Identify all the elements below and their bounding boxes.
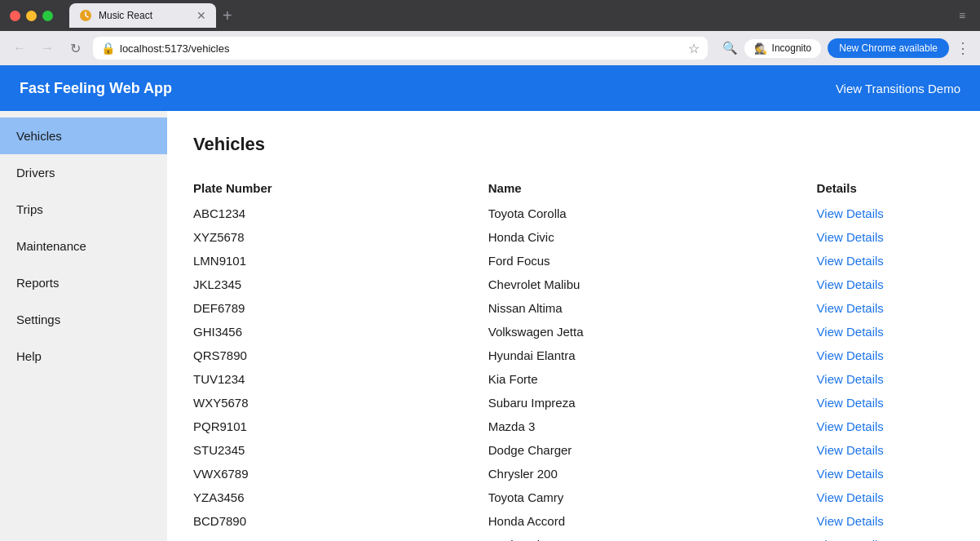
- sidebar-item-settings[interactable]: Settings: [0, 301, 167, 338]
- cell-plate: YZA3456: [193, 486, 488, 509]
- table-row: PQR9101Mazda 3View Details: [193, 415, 954, 438]
- cell-details: View Details: [817, 438, 954, 462]
- cell-name: Honda Civic: [488, 225, 817, 249]
- table-row: JKL2345Chevrolet MalibuView Details: [193, 273, 954, 296]
- incognito-button[interactable]: 🕵 Incognito: [744, 39, 822, 58]
- cell-plate: BCD7890: [193, 509, 488, 533]
- extensions-icon[interactable]: ≡: [959, 9, 965, 22]
- sidebar-item-drivers[interactable]: Drivers: [0, 154, 167, 191]
- browser-frame: Music React ✕ + ≡ ← → ↻ 🔒 localhost:5173…: [0, 0, 980, 541]
- table-row: WXY5678Subaru ImprezaView Details: [193, 391, 954, 415]
- app-title: Fast Feeling Web App: [20, 80, 172, 97]
- sidebar-item-vehicles[interactable]: Vehicles: [0, 118, 167, 154]
- table-row: ABC1234Toyota CorollaView Details: [193, 202, 954, 225]
- forward-button[interactable]: →: [38, 41, 57, 55]
- active-tab[interactable]: Music React ✕: [69, 3, 216, 28]
- view-details-link[interactable]: View Details: [817, 301, 884, 315]
- cell-details: View Details: [817, 509, 954, 533]
- cell-details: View Details: [817, 533, 954, 541]
- view-details-link[interactable]: View Details: [817, 206, 884, 220]
- view-details-link[interactable]: View Details: [817, 443, 884, 457]
- cell-name: Chevrolet Malibu: [488, 273, 817, 296]
- new-tab-button[interactable]: +: [223, 7, 232, 25]
- tab-favicon-icon: [79, 9, 92, 22]
- cell-name: Honda Accord: [488, 509, 817, 533]
- cell-details: View Details: [817, 391, 954, 415]
- view-details-link[interactable]: View Details: [817, 538, 884, 541]
- table-row: TUV1234Kia ForteView Details: [193, 367, 954, 391]
- cell-details: View Details: [817, 273, 954, 296]
- view-details-link[interactable]: View Details: [817, 230, 884, 244]
- cell-name: Ford Fusion: [488, 533, 817, 541]
- cell-name: Kia Forte: [488, 367, 817, 391]
- sidebar: Vehicles Drivers Trips Maintenance Repor…: [0, 111, 167, 541]
- cell-name: Hyundai Elantra: [488, 344, 817, 367]
- cell-name: Chrysler 200: [488, 462, 817, 486]
- sidebar-item-reports[interactable]: Reports: [0, 264, 167, 301]
- cell-details: View Details: [817, 296, 954, 320]
- url-bar[interactable]: 🔒 localhost:5173/vehicles ☆: [93, 37, 708, 60]
- cell-name: Volkswagen Jetta: [488, 320, 817, 344]
- minimize-window-button[interactable]: [26, 11, 37, 21]
- tab-close-button[interactable]: ✕: [196, 9, 206, 22]
- table-row: YZA3456Toyota CamryView Details: [193, 486, 954, 509]
- view-details-link[interactable]: View Details: [817, 348, 884, 362]
- close-window-button[interactable]: [10, 11, 20, 21]
- cell-plate: QRS7890: [193, 344, 488, 367]
- cell-name: Toyota Camry: [488, 486, 817, 509]
- view-details-link[interactable]: View Details: [817, 419, 884, 433]
- new-chrome-button[interactable]: New Chrome available: [828, 38, 949, 58]
- table-row: EFG1234Ford FusionView Details: [193, 533, 954, 541]
- reload-button[interactable]: ↻: [65, 41, 85, 56]
- cell-plate: ABC1234: [193, 202, 488, 225]
- col-header-details: Details: [817, 175, 954, 202]
- cell-details: View Details: [817, 486, 954, 509]
- view-details-link[interactable]: View Details: [817, 467, 884, 481]
- back-button[interactable]: ←: [10, 41, 29, 55]
- view-details-link[interactable]: View Details: [817, 372, 884, 386]
- view-details-link[interactable]: View Details: [817, 514, 884, 528]
- table-row: DEF6789Nissan AltimaView Details: [193, 296, 954, 320]
- col-header-plate: Plate Number: [193, 175, 488, 202]
- view-details-link[interactable]: View Details: [817, 277, 884, 291]
- table-row: VWX6789Chrysler 200View Details: [193, 462, 954, 486]
- browser-actions: 🔍 🕵 Incognito New Chrome available ⋮: [722, 38, 970, 58]
- cell-plate: DEF6789: [193, 296, 488, 320]
- cell-details: View Details: [817, 462, 954, 486]
- sidebar-item-help[interactable]: Help: [0, 338, 167, 375]
- view-details-link[interactable]: View Details: [817, 325, 884, 339]
- cell-details: View Details: [817, 344, 954, 367]
- cell-plate: STU2345: [193, 438, 488, 462]
- incognito-icon: 🕵: [754, 42, 767, 55]
- view-details-link[interactable]: View Details: [817, 396, 884, 410]
- address-bar: ← → ↻ 🔒 localhost:5173/vehicles ☆ 🔍 🕵 In…: [0, 31, 980, 65]
- cell-plate: PQR9101: [193, 415, 488, 438]
- cell-details: View Details: [817, 202, 954, 225]
- cell-details: View Details: [817, 225, 954, 249]
- app-body: Vehicles Drivers Trips Maintenance Repor…: [0, 111, 980, 541]
- maximize-window-button[interactable]: [42, 11, 53, 21]
- cell-name: Ford Focus: [488, 249, 817, 273]
- vehicles-table: Plate Number Name Details ABC1234Toyota …: [193, 175, 954, 541]
- view-details-link[interactable]: View Details: [817, 254, 884, 268]
- incognito-label: Incognito: [772, 42, 812, 54]
- sidebar-item-trips[interactable]: Trips: [0, 191, 167, 228]
- cell-plate: WXY5678: [193, 391, 488, 415]
- cell-details: View Details: [817, 320, 954, 344]
- app-content: Fast Feeling Web App View Transitions De…: [0, 65, 980, 541]
- main-content: Vehicles Plate Number Name Details ABC12…: [167, 111, 980, 541]
- zoom-icon[interactable]: 🔍: [722, 41, 738, 55]
- table-row: STU2345Dodge ChargerView Details: [193, 438, 954, 462]
- tab-bar: Music React ✕ +: [69, 3, 944, 28]
- sidebar-item-maintenance[interactable]: Maintenance: [0, 228, 167, 264]
- view-details-link[interactable]: View Details: [817, 490, 884, 504]
- app-header: Fast Feeling Web App View Transitions De…: [0, 65, 980, 111]
- cell-details: View Details: [817, 249, 954, 273]
- table-row: BCD7890Honda AccordView Details: [193, 509, 954, 533]
- cell-plate: LMN9101: [193, 249, 488, 273]
- cell-name: Nissan Altima: [488, 296, 817, 320]
- url-text: localhost:5173/vehicles: [120, 42, 683, 55]
- more-options-button[interactable]: ⋮: [956, 39, 970, 57]
- view-transitions-link[interactable]: View Transitions Demo: [836, 82, 960, 95]
- star-icon[interactable]: ☆: [688, 41, 700, 56]
